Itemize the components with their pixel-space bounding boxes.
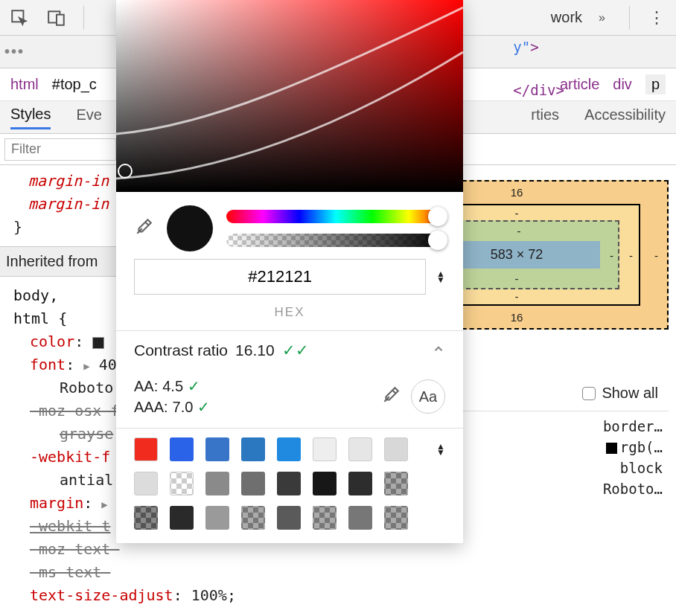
- palette-swatch[interactable]: [170, 437, 194, 461]
- bg-eyedropper-icon[interactable]: [381, 385, 401, 408]
- palette-swatch[interactable]: [241, 506, 265, 530]
- tab-properties[interactable]: rties: [531, 106, 559, 128]
- color-swatch[interactable]: [92, 337, 104, 349]
- hex-label: HEX: [116, 305, 463, 330]
- double-check-icon: ✓✓: [282, 341, 309, 359]
- show-all-label[interactable]: Show all: [602, 385, 658, 402]
- palette-swatch[interactable]: [170, 506, 194, 530]
- palette: ▲▼: [116, 429, 463, 543]
- palette-swatch[interactable]: [313, 472, 337, 495]
- overflow-icon[interactable]: »: [599, 11, 605, 25]
- check-icon: ✓: [197, 398, 210, 416]
- collapse-icon[interactable]: [432, 341, 445, 359]
- hue-slider[interactable]: [226, 210, 445, 223]
- expand-icon[interactable]: ▶: [101, 498, 107, 510]
- palette-swatch[interactable]: [205, 506, 229, 530]
- tab-events[interactable]: Eve: [76, 106, 101, 128]
- palette-swatch[interactable]: [384, 506, 408, 530]
- palette-swatch[interactable]: [313, 506, 337, 530]
- palette-swatch[interactable]: [241, 472, 265, 495]
- aa-row: AA: 4.5 ✓: [134, 377, 210, 395]
- palette-swatch[interactable]: [134, 437, 158, 461]
- palette-swatch[interactable]: [205, 437, 229, 461]
- tab-accessibility[interactable]: Accessibility: [584, 106, 666, 128]
- expand-icon[interactable]: ▶: [83, 360, 89, 372]
- palette-swatch[interactable]: [170, 472, 194, 495]
- palette-swatch[interactable]: [134, 472, 158, 495]
- prop-tsa[interactable]: text-size-adjust: 100%;: [30, 584, 335, 607]
- palette-swatch[interactable]: [205, 472, 229, 495]
- current-color-swatch: [167, 205, 213, 251]
- prop-ms-text[interactable]: -ms-text-: [30, 561, 335, 584]
- palette-swatch[interactable]: [134, 506, 158, 530]
- saturation-field[interactable]: [116, 0, 463, 192]
- aaa-row: AAA: 7.0 ✓: [134, 398, 210, 416]
- breadcrumb-html[interactable]: html: [10, 76, 39, 93]
- alpha-slider[interactable]: [226, 234, 445, 247]
- palette-swatch[interactable]: [348, 506, 372, 530]
- breadcrumb-div[interactable]: div: [613, 76, 632, 93]
- filter-input[interactable]: [4, 138, 116, 161]
- color-picker: ▲▼ HEX Contrast ratio 16.10 ✓✓ AA: 4.5 ✓…: [116, 0, 463, 543]
- ellipsis-icon[interactable]: •••: [4, 43, 25, 60]
- tab-styles[interactable]: Styles: [10, 106, 51, 129]
- palette-swatch[interactable]: [384, 472, 408, 495]
- svg-rect-2: [57, 14, 64, 25]
- palette-swatch[interactable]: [241, 437, 265, 461]
- palette-swatch[interactable]: [277, 472, 301, 495]
- palette-swatch[interactable]: [277, 437, 301, 461]
- hue-thumb[interactable]: [428, 207, 447, 226]
- show-all-checkbox[interactable]: [582, 387, 596, 400]
- palette-swatch[interactable]: [348, 472, 372, 495]
- alpha-thumb[interactable]: [428, 231, 447, 250]
- palette-swatch[interactable]: [313, 437, 337, 461]
- palette-swatch[interactable]: [384, 437, 408, 461]
- bg-sample-button[interactable]: Aa: [411, 379, 445, 414]
- palette-swatch[interactable]: [277, 506, 301, 530]
- breadcrumb-article[interactable]: article: [560, 76, 599, 93]
- saturation-handle[interactable]: [118, 164, 133, 179]
- color-swatch-icon: [606, 443, 617, 454]
- dom-fragment: y"> </div>: [513, 39, 564, 98]
- toolbar-tab-network[interactable]: work: [551, 9, 582, 26]
- hex-input[interactable]: [134, 259, 426, 295]
- device-toggle-icon[interactable]: [46, 7, 67, 28]
- eyedropper-icon[interactable]: [134, 217, 153, 240]
- palette-toggle[interactable]: ▲▼: [436, 443, 445, 456]
- kebab-menu-icon[interactable]: ⋮: [646, 7, 667, 28]
- breadcrumb-p[interactable]: p: [645, 74, 666, 94]
- contrast-ratio-row: Contrast ratio 16.10 ✓✓: [134, 341, 445, 359]
- select-element-icon[interactable]: [9, 7, 30, 28]
- format-toggle[interactable]: ▲▼: [436, 271, 445, 283]
- breadcrumb-top[interactable]: #top_c: [52, 76, 97, 93]
- check-icon: ✓: [188, 377, 200, 395]
- palette-swatch[interactable]: [348, 437, 372, 461]
